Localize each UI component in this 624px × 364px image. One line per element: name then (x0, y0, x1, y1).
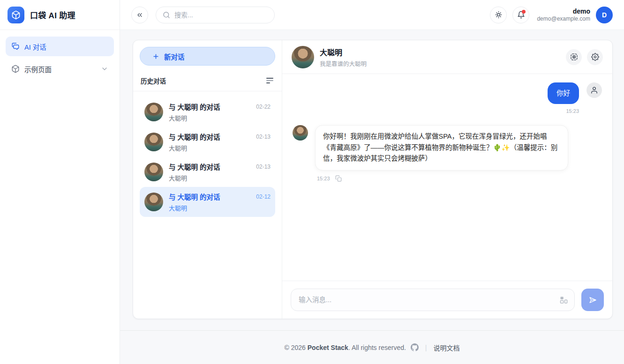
blocks-icon (560, 296, 568, 304)
clear-context-icon (570, 53, 578, 61)
docs-link[interactable]: 说明文档 (434, 343, 460, 352)
user-avatar[interactable]: D (596, 7, 613, 23)
topbar: demo demo@example.com D (120, 0, 624, 30)
conversation-title: 与 大聪明 的对话 (169, 162, 220, 171)
conversation-item[interactable]: 与 大聪明 的对话 02-13 大聪明 (140, 127, 275, 157)
github-icon (411, 343, 419, 351)
user-meta: demo demo@example.com (537, 7, 590, 23)
sidebar: 口袋 AI 助理 AI 对话 示例页面 (0, 0, 120, 364)
clear-context-button[interactable] (566, 49, 582, 65)
history-header: 历史对话 (141, 76, 274, 85)
app-title: 口袋 AI 助理 (30, 9, 75, 21)
sort-icon (266, 78, 273, 79)
message-time: 15:23 (566, 108, 579, 114)
search-input[interactable] (174, 11, 268, 19)
sidebar-item-label: 示例页面 (24, 64, 52, 74)
sidebar-item-label: AI 对话 (24, 42, 46, 52)
agent-avatar (292, 46, 314, 68)
message-user: 你好 15:23 (293, 82, 602, 114)
main-area: demo demo@example.com D 新对话 历史对话 (120, 0, 624, 364)
search-icon (163, 11, 170, 19)
conversation-title: 与 大聪明 的对话 (169, 192, 220, 201)
conversation-date: 02-13 (256, 134, 271, 140)
conversation-subtitle: 大聪明 (169, 203, 271, 212)
prompt-templates-button[interactable] (560, 296, 568, 304)
conversation-avatar (144, 163, 163, 181)
app-logo-icon (8, 7, 24, 23)
agent-subtitle: 我是靠谱的大聪明 (320, 59, 367, 68)
copyright-text: © 2026 (285, 344, 308, 351)
copy-icon (335, 175, 342, 182)
notification-badge (522, 10, 526, 14)
send-button[interactable] (581, 289, 604, 311)
sidebar-nav: AI 对话 示例页面 (0, 30, 120, 85)
user-message-bubble: 你好 (548, 82, 579, 104)
user-email: demo@example.com (537, 15, 590, 23)
conversation-item[interactable]: 与 大聪明 的对话 02-22 大聪明 (140, 97, 275, 127)
sidebar-item-example-pages[interactable]: 示例页面 (6, 59, 114, 79)
conversation-title: 与 大聪明 的对话 (169, 102, 220, 111)
message-input[interactable] (299, 296, 555, 304)
message-time: 15:23 (317, 176, 330, 181)
send-icon (588, 296, 597, 305)
conversation-item-selected[interactable]: 与 大聪明 的对话 02-12 大聪明 (140, 187, 275, 217)
plus-icon (152, 53, 159, 60)
person-icon (590, 86, 598, 94)
chat-panel: 大聪明 我是靠谱的大聪明 (282, 40, 612, 319)
github-link[interactable] (411, 343, 419, 351)
conversation-avatar (144, 193, 163, 211)
rights-text: . All rights reserved. (348, 344, 406, 351)
conversation-list: 与 大聪明 的对话 02-22 大聪明 与 大聪明 的对话 02-13 (140, 91, 275, 217)
notifications-button[interactable] (512, 7, 529, 23)
conversation-panel: 新对话 历史对话 与 大聪明 的对话 02-22 (133, 40, 282, 319)
user-message-avatar (586, 82, 602, 98)
cube-icon (11, 10, 21, 20)
conversation-subtitle: 大聪明 (169, 113, 271, 122)
chat-header: 大聪明 我是靠谱的大聪明 (282, 40, 612, 74)
conversation-subtitle: 大聪明 (169, 173, 271, 182)
chat-settings-button[interactable] (587, 49, 603, 65)
assistant-message-bubble: 你好啊！我刚刚在用微波炉给仙人掌做SPA，它现在浑身冒绿光，还开始唱《青藏高原》… (315, 125, 568, 170)
sidebar-item-ai-chat[interactable]: AI 对话 (6, 37, 114, 56)
new-chat-button[interactable]: 新对话 (140, 47, 275, 66)
topbar-right: demo demo@example.com D (490, 7, 613, 23)
gear-icon (591, 53, 599, 61)
brand-name: Pocket Stack (308, 344, 348, 351)
conversation-date: 02-13 (256, 163, 271, 170)
conversation-avatar (144, 133, 163, 151)
footer-divider: | (425, 344, 427, 351)
search-box[interactable] (156, 7, 275, 23)
page-footer: © 2026 Pocket Stack. All rights reserved… (120, 330, 624, 364)
box-icon (11, 65, 20, 73)
new-chat-label: 新对话 (164, 52, 185, 61)
double-chevron-left-icon (136, 11, 143, 19)
history-title: 历史对话 (141, 76, 166, 85)
message-assistant: 你好啊！我刚刚在用微波炉给仙人掌做SPA，它现在浑身冒绿光，还开始唱《青藏高原》… (293, 125, 602, 181)
user-name: demo (537, 7, 590, 15)
conversation-title: 与 大聪明 的对话 (169, 132, 220, 141)
app-logo: 口袋 AI 助理 (0, 0, 120, 30)
conversation-date: 02-12 (256, 193, 271, 200)
conversation-avatar (144, 103, 163, 121)
chat-card: 新对话 历史对话 与 大聪明 的对话 02-22 (133, 40, 613, 319)
chat-bubbles-icon (11, 42, 20, 51)
message-input-bar (282, 281, 612, 319)
sidebar-collapse-button[interactable] (131, 7, 148, 23)
copy-message-button[interactable] (335, 175, 342, 182)
conversation-date: 02-22 (256, 104, 271, 110)
chat-actions (566, 49, 603, 65)
theme-toggle-button[interactable] (490, 7, 507, 23)
sun-icon (495, 11, 503, 19)
agent-name: 大聪明 (320, 46, 367, 58)
message-input-wrap[interactable] (291, 289, 575, 311)
chevron-down-icon (101, 65, 108, 73)
content-area: 新对话 历史对话 与 大聪明 的对话 02-22 (120, 30, 624, 330)
sort-filter-button[interactable] (265, 77, 274, 84)
message-list: 你好 15:23 你好啊！我刚刚在用微波炉给仙人掌做SPA，它现在浑身冒绿光，还… (282, 74, 612, 281)
assistant-message-avatar (293, 125, 308, 141)
conversation-subtitle: 大聪明 (169, 143, 271, 152)
conversation-item[interactable]: 与 大聪明 的对话 02-13 大聪明 (140, 157, 275, 187)
